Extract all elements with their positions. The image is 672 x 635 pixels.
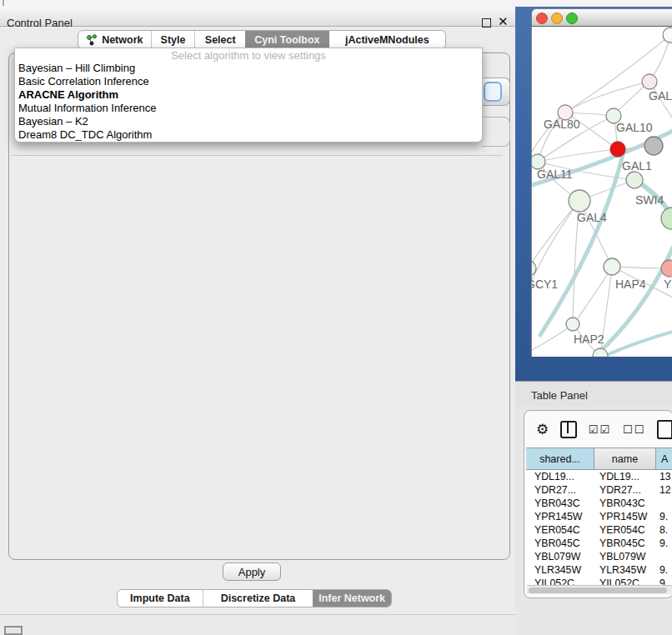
node-label: GAL4 [577, 211, 607, 224]
node-swi4[interactable] [626, 172, 643, 188]
column-layout-icon[interactable] [560, 421, 577, 438]
apply-button[interactable]: Apply [223, 562, 281, 581]
node-right-green[interactable] [661, 208, 672, 229]
tab-infer-network[interactable]: Infer Network [313, 590, 391, 607]
network-window-titlebar[interactable] [531, 8, 672, 27]
tab-cyni-toolbox-label: Cyni Toolbox [254, 34, 319, 46]
control-panel-tabbar: Network Style Select Cyni Toolbox jActiv… [78, 30, 446, 49]
table-panel-title: Table Panel [531, 389, 588, 402]
table-row[interactable]: YDR27...YDR27...12 [526, 483, 672, 497]
table-header-row: shared... name A [526, 448, 672, 470]
dropdown-item-highlighted[interactable]: ARACNE Algorithm [18, 88, 476, 102]
node-label: Y [664, 278, 672, 291]
tab-infer-network-label: Infer Network [318, 592, 385, 604]
control-panel-titlebar: Control Panel ✕ [0, 7, 515, 27]
hidden-combo-fragment [480, 78, 510, 106]
application-window: Control Panel ✕ Network Style Select Cyn… [0, 0, 672, 635]
bottom-tabbar: Impute Data Discretize Data Infer Networ… [117, 589, 392, 608]
mac-minimize-icon[interactable] [552, 13, 563, 24]
tab-style-label: Style [161, 34, 186, 46]
panel-divider [11, 155, 503, 156]
network-canvas[interactable]: GAL GAL80 GAL10 GAL1 GAL11 SWI4 GAL4 GCY… [531, 27, 672, 357]
column-header-name[interactable]: name [594, 448, 656, 469]
node-gal1[interactable] [610, 142, 625, 157]
minimized-panel-icon[interactable] [4, 626, 23, 635]
table-row[interactable]: YBL079WYBL079W [526, 550, 672, 563]
float-window-icon[interactable] [482, 18, 491, 28]
column-header-partial[interactable]: A [656, 448, 672, 469]
tab-network[interactable]: Network [78, 31, 151, 48]
tab-discretize-data[interactable]: Discretize Data [203, 590, 313, 607]
node-table: shared... name A YDL19...YDL19...13 YDR2… [526, 448, 672, 590]
dropdown-item[interactable]: Basic Correlation Inference [18, 75, 476, 88]
node-label: GAL [649, 89, 672, 102]
network-icon [86, 34, 98, 46]
node-label: HAP4 [615, 278, 646, 291]
node-label: GAL11 [537, 168, 573, 181]
settings-gear-icon[interactable]: ⚙ [536, 421, 549, 438]
dropdown-item[interactable]: Bayesian – K2 [18, 115, 476, 128]
tab-cyni-toolbox[interactable]: Cyni Toolbox [245, 31, 329, 48]
table-hscroll-thumb[interactable] [529, 588, 667, 593]
node-y-pink[interactable] [661, 260, 672, 277]
select-all-icon[interactable]: ☑☑ [589, 423, 611, 436]
dropdown-placeholder: Select algorithm to view settings [15, 49, 482, 62]
tab-impute-data[interactable]: Impute Data [118, 590, 203, 607]
page-icon[interactable] [657, 420, 672, 439]
table-row[interactable]: YBR043CYBR043C [526, 497, 672, 510]
node-label: GAL10 [616, 121, 653, 134]
table-row[interactable]: YER054CYER054C8. [526, 523, 672, 537]
top-tick [3, 0, 4, 6]
tab-jactivemnodules[interactable]: jActiveMNodules [329, 31, 445, 48]
table-horizontal-scrollbar[interactable] [527, 585, 672, 594]
tab-impute-data-label: Impute Data [130, 592, 190, 604]
table-toolbar: ⚙ ☑☑ ☐☐ [524, 411, 672, 448]
column-header-shared[interactable]: shared... [526, 448, 594, 469]
table-row[interactable]: YBR045CYBR045C9. [526, 537, 672, 550]
node-gal-upper[interactable] [642, 74, 657, 89]
node-label: GCY1 [532, 278, 558, 291]
algorithm-dropdown-popup: Select algorithm to view settings Bayesi… [14, 48, 483, 142]
node-label: GAL1 [622, 159, 652, 172]
node-gal4[interactable] [569, 190, 590, 212]
node-gray[interactable] [644, 137, 663, 155]
tab-select[interactable]: Select [194, 31, 245, 48]
node-hap4[interactable] [604, 258, 620, 275]
tab-select-label: Select [205, 34, 236, 46]
table-panel-card: ⚙ ☑☑ ☐☐ shared... name A YDL19...YDL19..… [524, 410, 672, 598]
node-label: HAP2 [574, 332, 604, 346]
dropdown-item[interactable]: Dream8 DC_TDC Algorithm [18, 128, 476, 142]
node-label: GAL80 [544, 118, 580, 131]
dropdown-item[interactable]: Mutual Information Inference [18, 102, 476, 115]
table-row[interactable]: YDL19...YDL19...13 [526, 470, 672, 483]
dropdown-item[interactable]: Bayesian – Hill Climbing [18, 62, 476, 75]
bottom-strip [0, 615, 515, 635]
deselect-all-icon[interactable]: ☐☐ [623, 423, 645, 436]
tab-discretize-data-label: Discretize Data [221, 592, 296, 604]
control-panel-title: Control Panel [7, 17, 73, 29]
hidden-combo-stepper-icon [484, 82, 502, 102]
node-label: SWI4 [635, 193, 664, 207]
mac-zoom-icon[interactable] [567, 13, 578, 24]
node-partial-bottom[interactable] [593, 348, 608, 357]
top-strip [0, 0, 672, 7]
mac-close-icon[interactable] [537, 13, 548, 24]
apply-button-label: Apply [238, 566, 266, 578]
table-row[interactable]: YPR145WYPR145W9. [526, 510, 672, 523]
close-icon[interactable]: ✕ [498, 14, 509, 29]
network-node-labels: GAL GAL80 GAL10 GAL1 GAL11 SWI4 GAL4 GCY… [532, 89, 672, 346]
node-hap2[interactable] [566, 318, 579, 331]
table-row[interactable]: YLR345WYLR345W9. [526, 563, 672, 577]
hidden-panel-fragment [482, 117, 510, 147]
tab-style[interactable]: Style [151, 31, 195, 48]
tab-network-label: Network [102, 34, 143, 46]
tab-jactivemnodules-label: jActiveMNodules [345, 34, 429, 46]
table-panel-titlebar: Table Panel [515, 381, 672, 407]
